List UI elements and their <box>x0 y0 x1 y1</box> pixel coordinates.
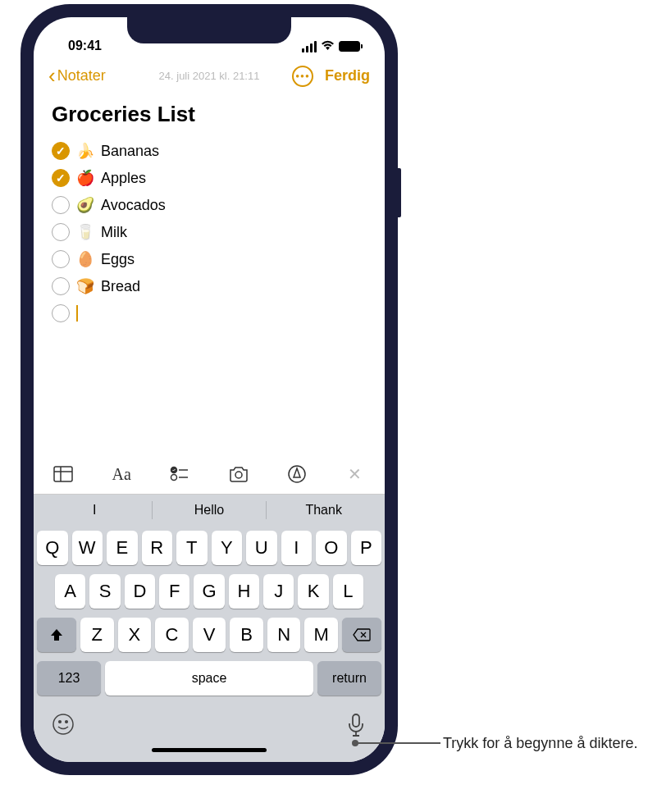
text-cursor <box>76 305 78 322</box>
svg-point-9 <box>53 714 73 734</box>
keyboard: QWERTYUIOP ASDFGHJKL ZXCVBNM 123 space r… <box>34 526 385 762</box>
item-text: Apples <box>101 170 146 187</box>
letter-key[interactable]: B <box>230 618 263 652</box>
letter-key[interactable]: M <box>304 618 338 652</box>
letter-key[interactable]: U <box>246 531 277 565</box>
phone-screen: 09:41 ‹ Notater 24. juli 2021 kl. 21:11 … <box>34 17 385 762</box>
letter-key[interactable]: L <box>333 574 363 609</box>
letter-key[interactable]: O <box>316 531 347 565</box>
checklist-item: 🍎Apples <box>52 169 367 187</box>
svg-rect-12 <box>353 714 359 727</box>
note-title: Groceries List <box>52 102 367 127</box>
suggestion[interactable]: I <box>38 501 153 519</box>
status-indicators <box>302 39 360 53</box>
letter-key[interactable]: C <box>155 618 189 652</box>
table-icon[interactable] <box>52 463 75 486</box>
letter-key[interactable]: P <box>351 531 382 565</box>
svg-point-7 <box>235 472 242 478</box>
checkbox[interactable] <box>52 223 70 241</box>
checkbox[interactable] <box>52 169 70 187</box>
done-button[interactable]: Ferdig <box>325 67 370 84</box>
dictation-key[interactable] <box>345 713 367 743</box>
item-text: Avocados <box>101 197 166 214</box>
svg-rect-0 <box>54 467 72 481</box>
callout-text: Trykk for å begynne å diktere. <box>443 733 637 754</box>
item-text: Milk <box>101 224 127 241</box>
return-key[interactable]: return <box>317 661 381 696</box>
svg-point-5 <box>171 475 177 481</box>
checkbox[interactable] <box>52 277 70 295</box>
letter-key[interactable]: Y <box>212 531 243 565</box>
checkbox[interactable] <box>52 304 70 322</box>
letter-key[interactable]: N <box>267 618 301 652</box>
more-button[interactable]: ●●● <box>292 66 313 87</box>
letter-key[interactable]: Z <box>80 618 114 652</box>
checklist-item: 🥑Avocados <box>52 196 367 214</box>
checklist-item: 🥚Eggs <box>52 250 367 268</box>
notch <box>127 17 291 43</box>
space-key[interactable]: space <box>105 661 313 696</box>
numeric-key[interactable]: 123 <box>37 661 101 696</box>
delete-key[interactable] <box>342 618 381 652</box>
letter-key[interactable]: V <box>193 618 226 652</box>
nav-bar: ‹ Notater 24. juli 2021 kl. 21:11 ●●● Fe… <box>34 57 385 95</box>
letter-key[interactable]: A <box>55 574 85 609</box>
checklist-item: 🍌Bananas <box>52 142 367 160</box>
letter-key[interactable]: R <box>142 531 173 565</box>
back-button[interactable]: ‹ Notater <box>48 63 106 89</box>
emoji-key[interactable] <box>52 713 75 743</box>
letter-key[interactable]: S <box>89 574 120 609</box>
home-indicator[interactable] <box>152 748 267 752</box>
letter-key[interactable]: J <box>263 574 294 609</box>
svg-point-11 <box>66 721 68 723</box>
note-content[interactable]: Groceries List 🍌Bananas 🍎Apples 🥑Avocado… <box>34 95 385 454</box>
back-label: Notater <box>57 67 106 84</box>
letter-key[interactable]: Q <box>37 531 68 565</box>
cellular-signal-icon <box>302 41 317 52</box>
item-emoji: 🍎 <box>76 169 94 187</box>
battery-icon <box>339 41 360 52</box>
close-icon[interactable]: ✕ <box>344 463 367 486</box>
item-text: Bananas <box>101 143 159 160</box>
letter-key[interactable]: E <box>107 531 138 565</box>
letter-key[interactable]: H <box>229 574 259 609</box>
svg-point-10 <box>59 721 62 723</box>
suggestion[interactable]: Hello <box>153 501 267 519</box>
chevron-left-icon: ‹ <box>48 63 56 89</box>
item-emoji: 🥚 <box>76 250 94 268</box>
suggestion[interactable]: Thank <box>267 501 381 519</box>
checklist-item: 🍞Bread <box>52 277 367 295</box>
side-button <box>398 168 401 217</box>
checkbox[interactable] <box>52 196 70 214</box>
letter-key[interactable]: G <box>194 574 224 609</box>
letter-key[interactable]: K <box>298 574 328 609</box>
letter-key[interactable]: I <box>281 531 313 565</box>
checklist-item: 🥛Milk <box>52 223 367 241</box>
item-emoji: 🍞 <box>76 277 94 295</box>
phone-frame: 09:41 ‹ Notater 24. juli 2021 kl. 21:11 … <box>21 4 398 775</box>
letter-key[interactable]: T <box>176 531 208 565</box>
status-time: 09:41 <box>58 39 102 53</box>
checkbox[interactable] <box>52 250 70 268</box>
notes-toolbar: Aa ✕ <box>34 454 385 495</box>
callout-line <box>354 742 440 744</box>
checkbox[interactable] <box>52 142 70 160</box>
item-text: Bread <box>101 278 140 295</box>
item-text: Eggs <box>101 251 135 268</box>
checklist-item-empty <box>52 304 367 322</box>
markup-icon[interactable] <box>285 463 308 486</box>
item-emoji: 🥛 <box>76 223 94 241</box>
wifi-icon <box>321 39 335 53</box>
letter-key[interactable]: F <box>159 574 189 609</box>
item-emoji: 🥑 <box>76 196 94 214</box>
checklist-icon[interactable] <box>168 463 191 486</box>
shift-key[interactable] <box>37 618 76 652</box>
letter-key[interactable]: X <box>118 618 152 652</box>
letter-key[interactable]: D <box>125 574 155 609</box>
checklist: 🍌Bananas 🍎Apples 🥑Avocados 🥛Milk 🥚Eggs 🍞… <box>52 142 367 322</box>
camera-icon[interactable] <box>227 463 250 486</box>
item-emoji: 🍌 <box>76 142 94 160</box>
keyboard-suggestions: IHelloThank <box>34 495 385 526</box>
text-format-icon[interactable]: Aa <box>110 463 133 486</box>
letter-key[interactable]: W <box>72 531 103 565</box>
